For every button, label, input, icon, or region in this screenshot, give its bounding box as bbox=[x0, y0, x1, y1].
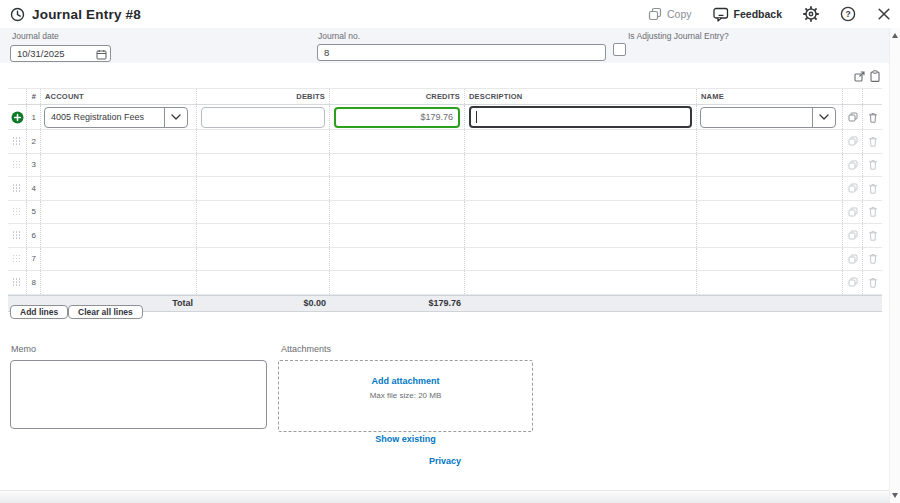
show-existing-link[interactable]: Show existing bbox=[278, 434, 533, 444]
description-cell bbox=[465, 105, 697, 129]
account-cell[interactable] bbox=[41, 177, 197, 200]
delete-row-button[interactable] bbox=[863, 105, 882, 129]
add-lines-button[interactable]: Add lines bbox=[10, 305, 68, 319]
memo-textarea[interactable] bbox=[10, 360, 267, 429]
credits-input[interactable]: $179.76 bbox=[334, 107, 460, 128]
trash-icon bbox=[868, 136, 878, 147]
debits-cell[interactable] bbox=[197, 271, 330, 294]
copy-row-button[interactable] bbox=[843, 154, 863, 177]
privacy-link[interactable]: Privacy bbox=[0, 456, 890, 466]
name-cell[interactable] bbox=[697, 130, 843, 153]
debits-cell[interactable] bbox=[197, 201, 330, 224]
account-cell[interactable] bbox=[41, 224, 197, 247]
drag-handle[interactable] bbox=[8, 248, 27, 271]
help-button[interactable]: ? bbox=[840, 6, 856, 22]
credits-cell[interactable] bbox=[330, 248, 465, 271]
description-cell[interactable] bbox=[465, 248, 697, 271]
copy-row-button[interactable] bbox=[843, 177, 863, 200]
account-select[interactable]: 4005 Registration Fees bbox=[44, 107, 188, 128]
drag-handle-icon bbox=[13, 278, 21, 286]
row-number: 2 bbox=[27, 130, 41, 153]
debits-cell[interactable] bbox=[197, 177, 330, 200]
settings-button[interactable] bbox=[803, 6, 819, 22]
description-cell[interactable] bbox=[465, 130, 697, 153]
account-cell[interactable] bbox=[41, 248, 197, 271]
active-row-indicator[interactable] bbox=[8, 105, 27, 129]
credits-cell[interactable] bbox=[330, 154, 465, 177]
name-cell[interactable] bbox=[697, 248, 843, 271]
description-cell[interactable] bbox=[465, 154, 697, 177]
duplicate-row-icon bbox=[848, 183, 858, 193]
credits-cell[interactable] bbox=[330, 201, 465, 224]
drag-handle[interactable] bbox=[8, 201, 27, 224]
delete-row-button[interactable] bbox=[863, 130, 882, 153]
account-cell[interactable] bbox=[41, 271, 197, 294]
table-row: 3 bbox=[8, 154, 882, 178]
debits-cell[interactable] bbox=[197, 154, 330, 177]
add-attachment-link[interactable]: Add attachment bbox=[279, 376, 532, 386]
pop-out-grid-button[interactable] bbox=[854, 71, 865, 82]
total-copy-col bbox=[843, 296, 863, 312]
chevron-down-icon bbox=[819, 114, 829, 120]
duplicate-row-icon bbox=[848, 136, 858, 146]
drag-handle-icon bbox=[13, 208, 21, 216]
delete-row-button[interactable] bbox=[863, 177, 882, 200]
delete-row-button[interactable] bbox=[863, 248, 882, 271]
debits-cell[interactable] bbox=[197, 130, 330, 153]
debits-cell[interactable] bbox=[197, 224, 330, 247]
journal-no-input[interactable] bbox=[317, 44, 606, 61]
copy-row-button[interactable] bbox=[843, 224, 863, 247]
feedback-button[interactable]: Feedback bbox=[713, 7, 782, 22]
copy-row-button[interactable] bbox=[843, 130, 863, 153]
drag-handle[interactable] bbox=[8, 177, 27, 200]
description-cell[interactable] bbox=[465, 271, 697, 294]
copy-row-button[interactable] bbox=[843, 105, 863, 129]
name-cell[interactable] bbox=[697, 201, 843, 224]
paste-grid-button[interactable] bbox=[870, 70, 880, 82]
debits-input[interactable] bbox=[201, 107, 325, 128]
name-cell[interactable] bbox=[697, 271, 843, 294]
description-cell[interactable] bbox=[465, 201, 697, 224]
name-cell[interactable] bbox=[697, 177, 843, 200]
gear-icon bbox=[803, 6, 819, 22]
name-select-arrow bbox=[812, 108, 835, 127]
credits-cell[interactable] bbox=[330, 177, 465, 200]
debits-cell[interactable] bbox=[197, 248, 330, 271]
account-cell[interactable] bbox=[41, 154, 197, 177]
delete-row-button[interactable] bbox=[863, 154, 882, 177]
drag-handle[interactable] bbox=[8, 271, 27, 294]
trash-icon bbox=[868, 206, 878, 217]
delete-row-button[interactable] bbox=[863, 271, 882, 294]
scroll-down-button[interactable] bbox=[892, 493, 898, 498]
name-cell[interactable] bbox=[697, 224, 843, 247]
copy-row-button[interactable] bbox=[843, 271, 863, 294]
credits-cell[interactable] bbox=[330, 130, 465, 153]
calendar-button[interactable] bbox=[96, 48, 107, 59]
copy-row-button[interactable] bbox=[843, 201, 863, 224]
description-cell[interactable] bbox=[465, 177, 697, 200]
name-cell[interactable] bbox=[697, 154, 843, 177]
description-input[interactable] bbox=[469, 106, 692, 128]
attachment-dropzone[interactable]: Add attachment Max file size: 20 MB bbox=[278, 360, 533, 432]
adjusting-entry-checkbox[interactable] bbox=[613, 43, 626, 56]
close-button[interactable] bbox=[877, 7, 891, 21]
delete-row-button[interactable] bbox=[863, 201, 882, 224]
drag-handle[interactable] bbox=[8, 130, 27, 153]
table-header-row: # ACCOUNT DEBITS CREDITS DESCRIPTION NAM… bbox=[8, 88, 882, 105]
name-select[interactable] bbox=[700, 107, 836, 128]
description-cell[interactable] bbox=[465, 224, 697, 247]
recent-transactions-clock-icon[interactable] bbox=[10, 7, 25, 22]
credits-cell[interactable] bbox=[330, 271, 465, 294]
account-cell[interactable] bbox=[41, 130, 197, 153]
drag-handle[interactable] bbox=[8, 224, 27, 247]
copy-row-button[interactable] bbox=[843, 248, 863, 271]
scroll-up-button[interactable] bbox=[892, 33, 898, 38]
clear-all-lines-button[interactable]: Clear all lines bbox=[68, 305, 143, 319]
credits-cell[interactable] bbox=[330, 224, 465, 247]
delete-row-button[interactable] bbox=[863, 224, 882, 247]
copy-button[interactable]: Copy bbox=[648, 7, 692, 21]
table-row: 4 bbox=[8, 177, 882, 201]
account-cell[interactable] bbox=[41, 201, 197, 224]
drag-handle[interactable] bbox=[8, 154, 27, 177]
vertical-scrollbar[interactable] bbox=[889, 28, 900, 503]
